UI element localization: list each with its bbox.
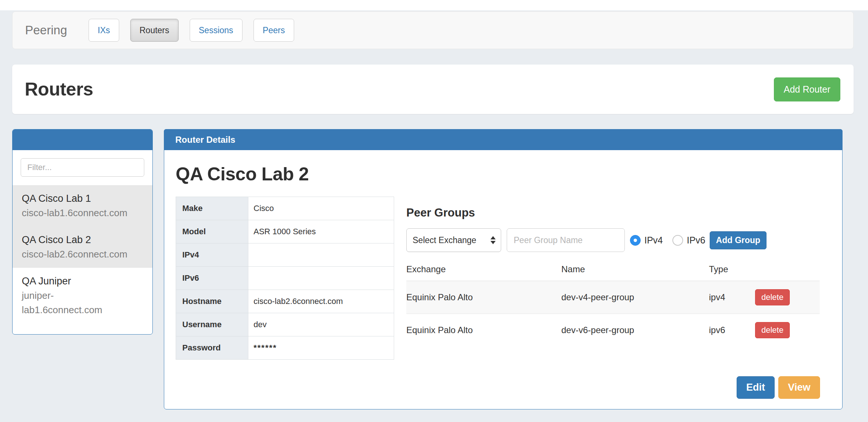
field-label: Password (176, 336, 248, 360)
peer-groups-header-row: Exchange Name Type (406, 261, 820, 281)
peer-groups-title: Peer Groups (406, 206, 820, 219)
table-row: Equinix Palo Alto dev-v4-peer-group ipv4… (406, 281, 820, 314)
table-row: Username dev (176, 313, 394, 336)
cell-actions: delete (755, 314, 820, 347)
panel-actions: Edit View (737, 376, 820, 399)
cell-exchange: Equinix Palo Alto (406, 314, 561, 347)
table-row: Equinix Palo Alto dev-v6-peer-group ipv6… (406, 314, 820, 347)
peer-groups-controls: Select Exchange IPv4 IPv6 Add Group (406, 228, 820, 252)
field-value: ASR 1000 Series (248, 220, 394, 243)
router-details-body: QA Cisco Lab 2 Make Cisco Model ASR 1000… (164, 150, 842, 409)
table-row: Hostname cisco-lab2.6connect.com (176, 290, 394, 313)
table-row: IPv6 (176, 267, 394, 290)
router-item-hostname: cisco-lab1.6connect.com (22, 206, 130, 220)
router-list-item[interactable]: QA Juniper juniper-lab1.6connect.com (13, 268, 152, 324)
table-row: Model ASR 1000 Series (176, 220, 394, 243)
column-header-actions (755, 261, 820, 281)
router-details-table: Make Cisco Model ASR 1000 Series IPv4 (176, 197, 394, 360)
field-value: cisco-lab2.6connect.com (248, 290, 394, 313)
ipv6-radio-label: IPv6 (687, 235, 705, 246)
field-value (248, 243, 394, 267)
app-viewport: Peering IXs Routers Sessions Peers Route… (0, 0, 868, 422)
router-item-name: QA Cisco Lab 1 (22, 191, 143, 206)
field-label: IPv4 (176, 243, 248, 267)
router-item-name: QA Juniper (22, 274, 143, 288)
filter-input[interactable] (21, 158, 144, 177)
cell-exchange: Equinix Palo Alto (406, 281, 561, 314)
field-value (248, 267, 394, 290)
ipv4-radio-icon[interactable] (630, 235, 641, 246)
ipv4-radio-option[interactable]: IPv4 (630, 235, 663, 246)
ipv6-radio-icon[interactable] (672, 235, 683, 246)
field-label: Username (176, 313, 248, 336)
column-header-type: Type (709, 261, 755, 281)
tab-ixs[interactable]: IXs (89, 19, 119, 42)
router-details-panel: Router Details QA Cisco Lab 2 Make Cisco… (164, 129, 843, 409)
tab-peers[interactable]: Peers (254, 19, 294, 42)
edit-button[interactable]: Edit (737, 376, 775, 399)
field-label: Hostname (176, 290, 248, 313)
peer-groups-section: Peer Groups Select Exchange IPv4 IPv6 (406, 206, 820, 346)
table-row: Password ****** (176, 336, 394, 360)
router-list: QA Cisco Lab 1 cisco-lab1.6connect.com Q… (13, 185, 152, 324)
delete-peer-group-button[interactable]: delete (755, 322, 790, 338)
column-header-name: Name (561, 261, 709, 281)
cell-actions: delete (755, 281, 820, 314)
field-label: Make (176, 197, 248, 220)
view-button[interactable]: View (778, 376, 820, 399)
router-list-item[interactable]: QA Cisco Lab 1 cisco-lab1.6connect.com (13, 185, 152, 226)
router-details-panel-title: Router Details (164, 129, 843, 150)
select-arrows-icon (490, 236, 496, 244)
cell-name: dev-v4-peer-group (561, 281, 709, 314)
tab-sessions[interactable]: Sessions (190, 19, 242, 42)
router-list-item[interactable]: QA Cisco Lab 2 cisco-lab2.6connect.com (13, 226, 152, 268)
delete-peer-group-button[interactable]: delete (755, 289, 790, 305)
peering-navbar: Peering IXs Routers Sessions Peers (12, 11, 854, 49)
nav-tabs: IXs Routers Sessions Peers (89, 19, 294, 42)
exchange-select-value: Select Exchange (413, 235, 476, 245)
router-details-column: QA Cisco Lab 2 Make Cisco Model ASR 1000… (176, 150, 394, 360)
tab-routers[interactable]: Routers (130, 19, 179, 42)
router-name-heading: QA Cisco Lab 2 (176, 163, 394, 185)
router-list-panel: QA Cisco Lab 1 cisco-lab1.6connect.com Q… (12, 129, 153, 335)
field-label: IPv6 (176, 267, 248, 290)
field-value: dev (248, 313, 394, 336)
page-header-card: Routers Add Router (12, 65, 854, 114)
router-item-hostname: juniper-lab1.6connect.com (22, 288, 130, 317)
table-row: Make Cisco (176, 197, 394, 220)
filter-wrap (13, 150, 152, 185)
field-label: Model (176, 220, 248, 243)
ipv6-radio-option[interactable]: IPv6 (672, 235, 705, 246)
ipv4-radio-label: IPv4 (644, 235, 663, 246)
column-header-exchange: Exchange (406, 261, 561, 281)
add-router-button[interactable]: Add Router (774, 77, 840, 101)
table-row: IPv4 (176, 243, 394, 267)
router-item-name: QA Cisco Lab 2 (22, 233, 143, 247)
brand-peering: Peering (25, 23, 67, 37)
page-title: Routers (25, 79, 93, 100)
field-value-password: ****** (248, 336, 394, 360)
cell-type: ipv6 (709, 314, 755, 347)
router-list-panel-header (13, 129, 152, 150)
peer-group-name-input[interactable] (507, 228, 625, 252)
cell-type: ipv4 (709, 281, 755, 314)
router-item-hostname: cisco-lab2.6connect.com (22, 247, 130, 262)
field-value: Cisco (248, 197, 394, 220)
add-group-button[interactable]: Add Group (710, 231, 767, 249)
cell-name: dev-v6-peer-group (561, 314, 709, 347)
peer-groups-table: Exchange Name Type Equinix Palo Alto dev… (406, 261, 820, 346)
exchange-select[interactable]: Select Exchange (406, 228, 501, 252)
